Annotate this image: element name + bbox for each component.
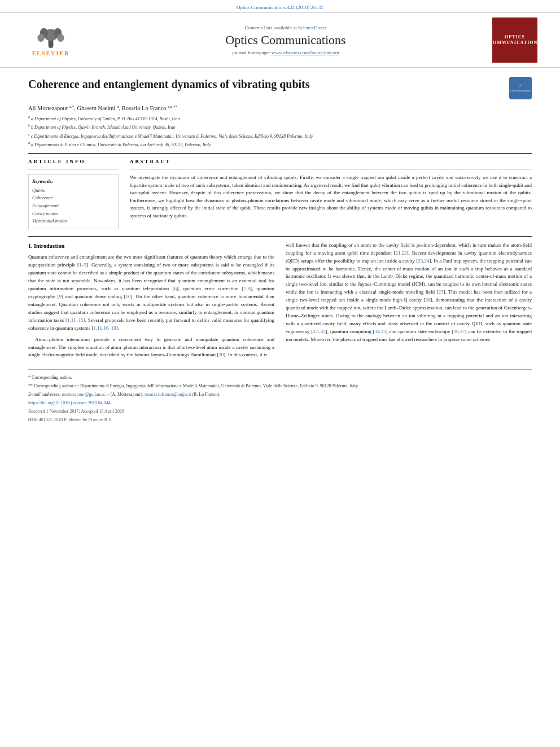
ref-36-37[interactable]: 36,37 — [453, 329, 465, 334]
author3: Rosario Lo Franco c,d,** — [122, 105, 177, 111]
affiliation-d: d d Dipartimento di Fisica e Chimica, Un… — [28, 141, 532, 148]
journal-center: Contents lists available at ScienceDirec… — [79, 25, 492, 55]
author2: Ghasem Naeimi b, — [77, 105, 121, 111]
abstract-text: We investigate the dynamics of coherence… — [130, 174, 532, 220]
body-columns: 1. Introduction Quantum coherence and en… — [28, 242, 532, 363]
svg-rect-6 — [49, 44, 53, 48]
ref-6[interactable]: 6 — [174, 286, 177, 291]
affiliations: a a Department of Physics, University of… — [28, 115, 532, 149]
email1-link[interactable]: mortezapour@guilan.ac.ir — [62, 392, 110, 397]
elsevier-tree-icon — [31, 24, 71, 49]
page: Optics Communications 424 (2018) 26–31 E… — [0, 0, 560, 747]
body-para-1: Quantum coherence and entanglement are t… — [28, 254, 274, 332]
body-col-left: 1. Introduction Quantum coherence and en… — [28, 242, 274, 363]
received-dates: Received 1 November 2017; Accepted 16 Ap… — [28, 408, 532, 415]
keywords-box: Keywords: Qubits Coherence Entanglement … — [28, 174, 119, 229]
ref-10[interactable]: 10 — [126, 294, 131, 299]
divider-body — [28, 236, 532, 237]
journal-name: Optics Communications — [79, 33, 492, 47]
copyright: 0030-4018/© 2018 Published by Elsevier B… — [28, 417, 532, 423]
ref-9[interactable]: 9 — [59, 294, 62, 299]
authors-line: Ali Mortezapour a,*, Ghasem Naeimi b, Ro… — [28, 104, 532, 111]
journal-header: ELSEVIER Contents lists available at Sci… — [0, 12, 560, 68]
article-info-heading: ARTICLE INFO — [28, 159, 119, 164]
ref-27-33[interactable]: 27–33 — [313, 329, 326, 334]
science-direct-link[interactable]: ScienceDirect — [298, 25, 326, 30]
keyword-1: Qubits — [32, 187, 115, 195]
keyword-2: Coherence — [32, 194, 115, 202]
ref-25[interactable]: 25 — [439, 289, 444, 295]
journal-homepage: journal homepage: www.elsevier.com/locat… — [79, 50, 492, 55]
svg-point-4 — [37, 34, 44, 42]
article-info-abstract: ARTICLE INFO Keywords: Qubits Coherence … — [28, 159, 532, 229]
article-title: Coherence and entanglement dynamics of v… — [28, 77, 500, 91]
contents-available: Contents lists available at ScienceDirec… — [79, 25, 492, 30]
body-para-3: well known that the coupling of an atom … — [286, 242, 532, 344]
abstract-heading: ABSTRACT — [130, 159, 532, 164]
crossmark-badge: ✓Check for updates — [509, 77, 532, 99]
affiliation-c: c c Dipartimento di Energia, Ingegneria … — [28, 132, 532, 140]
ref-34-35[interactable]: 34,35 — [375, 329, 386, 334]
footnotes-section: * Corresponding author. ** Corresponding… — [28, 369, 532, 423]
body-para-2: Atom–photon interactions provide a conve… — [28, 336, 274, 360]
journal-citation: Optics Communications 424 (2018) 26–31 — [237, 5, 323, 10]
keywords-label: Keywords: — [32, 178, 115, 186]
keyword-3: Entanglement — [32, 202, 115, 210]
email2-link[interactable]: rosario.lofranco@unipa.it — [145, 392, 191, 397]
doi-anchor[interactable]: https://doi.org/10.1016/j.optcom.2018.04… — [28, 400, 111, 405]
ref-21-22[interactable]: 21,22 — [396, 250, 407, 256]
journal-homepage-link[interactable]: www.elsevier.com/locate/optcom — [272, 50, 339, 55]
ref-26[interactable]: 26 — [426, 297, 431, 303]
ref-7-8[interactable]: 7,8 — [244, 286, 250, 291]
keyword-5: Vibrational modes — [32, 217, 115, 225]
article-title-section: Coherence and entanglement dynamics of v… — [28, 77, 532, 99]
keyword-4: Cavity modes — [32, 210, 115, 218]
email-addresses: E-mail addresses: mortezapour@guilan.ac.… — [28, 391, 532, 398]
abstract-col: ABSTRACT We investigate the dynamics of … — [130, 159, 532, 229]
ref-20[interactable]: 20 — [218, 352, 224, 357]
elsevier-logo: ELSEVIER — [23, 24, 79, 56]
ref-1-11-15[interactable]: 1,11–15 — [67, 317, 84, 323]
divider-abstract — [130, 169, 532, 169]
divider-article-info — [28, 169, 119, 169]
ref-1-5[interactable]: 1–5 — [79, 262, 87, 268]
doi-link: https://doi.org/10.1016/j.optcom.2018.04… — [28, 400, 532, 407]
footnote-corresponding1: * Corresponding author. — [28, 374, 532, 381]
section1-title: 1. Introduction — [28, 242, 274, 251]
svg-point-5 — [57, 34, 64, 42]
divider-after-affiliations — [28, 153, 532, 154]
journal-logo-right: OPTICSCOMMUNICATIONS — [492, 18, 537, 63]
ref-1-11-16-19[interactable]: 1,11,16–19 — [93, 325, 116, 331]
affiliation-a: a a Department of Physics, University of… — [28, 115, 532, 123]
article-info-col: ARTICLE INFO Keywords: Qubits Coherence … — [28, 159, 119, 229]
optics-comm-logo-text: OPTICSCOMMUNICATIONS — [489, 34, 541, 45]
elsevier-text: ELSEVIER — [32, 50, 70, 56]
ref-23-24[interactable]: 23,24 — [418, 258, 429, 264]
crossmark-icon: ✓Check for updates — [510, 84, 531, 93]
main-content: Coherence and entanglement dynamics of v… — [0, 68, 560, 434]
journal-citation-header: Optics Communications 424 (2018) 26–31 — [0, 0, 560, 12]
author1: Ali Mortezapour a,*, — [28, 105, 76, 111]
body-col-right: well known that the coupling of an atom … — [286, 242, 532, 363]
affiliation-b: b b Department of Physics, Qazvin Branch… — [28, 123, 532, 131]
footnote-corresponding2: ** Corresponding author at: Dipartimento… — [28, 383, 532, 390]
